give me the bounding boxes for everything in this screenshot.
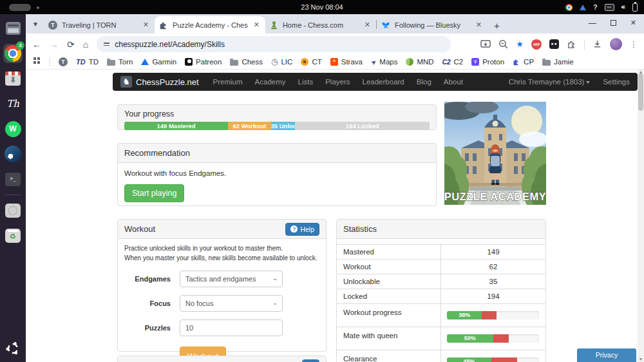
bookmark-mnd[interactable]: MND <box>406 58 433 66</box>
site-settings-icon[interactable] <box>104 43 109 46</box>
tab-bluesky[interactable]: Following — Bluesky ✕ <box>377 16 488 33</box>
help-button[interactable]: ? Help <box>285 223 319 236</box>
dock-item-th-app[interactable]: Th <box>3 94 23 113</box>
keyboard-layout-icon[interactable]: ▪▪ <box>605 4 614 11</box>
page-scrollbar[interactable]: ▲ ▼ <box>638 70 644 362</box>
minimize-icon[interactable]: — <box>589 21 596 26</box>
close-icon[interactable]: ✕ <box>630 19 636 27</box>
dock-item-files[interactable] <box>3 19 23 38</box>
site-brand[interactable]: ♞ ChessPuzzle.net <box>120 76 199 88</box>
user-menu[interactable]: Chris Tremayne (1803) <box>509 78 591 86</box>
battery-icon[interactable] <box>632 3 638 12</box>
nav-players[interactable]: Players <box>325 78 350 86</box>
partial-panel-header: ? <box>118 356 326 362</box>
url-text[interactable]: chesspuzzle.net/Academy/Skills <box>115 40 225 49</box>
tab-close-icon[interactable]: ✕ <box>142 21 150 29</box>
help-indicator-icon[interactable]: ? <box>593 3 598 11</box>
save-to-device-icon[interactable] <box>480 40 491 49</box>
tab-chess-com[interactable]: Home - Chess.com ✕ <box>265 16 376 33</box>
tab-traveling-torn[interactable]: T Traveling | TORN ✕ <box>44 16 155 33</box>
privacy-preferences-button[interactable]: Privacy Preferences <box>577 348 636 362</box>
dark-extension-icon[interactable]: ●● <box>549 39 559 49</box>
tab-puzzle-academy[interactable]: Puzzle Academy - ChessP ✕ <box>155 16 265 33</box>
back-icon[interactable]: ← <box>32 39 41 50</box>
bookmark-t[interactable]: T <box>59 57 68 66</box>
forward-icon[interactable]: → <box>50 39 59 50</box>
bookmark-proton[interactable]: ∨Proton <box>471 58 504 66</box>
bookmark-cp[interactable]: CP <box>513 58 534 66</box>
puzzles-input[interactable] <box>180 319 283 336</box>
scroll-down-icon[interactable]: ▼ <box>638 357 644 361</box>
stat-bar: 50% <box>447 334 539 343</box>
tab-search-chevron-icon[interactable]: ▼ <box>32 21 39 28</box>
system-clock[interactable]: 23 Nov 08:04 <box>301 3 343 11</box>
bookmark-ct[interactable]: CT <box>301 58 321 66</box>
torn-favicon: T <box>48 21 57 30</box>
address-bar[interactable]: chesspuzzle.net/Academy/Skills <box>97 36 451 52</box>
browser-toolbar: ← → ⟳ ⌂ chesspuzzle.net/Academy/Skills ★ <box>26 33 644 55</box>
nav-settings[interactable]: Settings <box>603 78 630 86</box>
nav-blog[interactable]: Blog <box>417 78 431 86</box>
bookmark-folder-torn[interactable]: Torn <box>107 58 133 66</box>
blue-arrow-tray-icon[interactable] <box>580 5 586 10</box>
start-playing-button[interactable]: Start playing <box>124 184 184 202</box>
dock-item-whatsapp[interactable]: W <box>3 119 23 138</box>
endgames-select[interactable]: Tactics and endgames ⌄ <box>180 271 283 287</box>
tab-close-icon[interactable]: ✕ <box>252 21 261 29</box>
progress-segment-workout: 62 Workout <box>228 122 270 130</box>
bookmark-maps[interactable]: ➤Maps <box>371 58 398 66</box>
bookmark-star-icon[interactable]: ★ <box>516 39 524 49</box>
reload-icon[interactable]: ⟳ <box>67 39 75 50</box>
workout-panel: Workout ? Help Practice unlocked skills … <box>117 219 327 352</box>
dock-item-disc-app[interactable] <box>3 201 23 220</box>
downloads-icon[interactable] <box>592 39 602 49</box>
bookmark-strava[interactable]: ^Strava <box>330 58 363 66</box>
volume-icon[interactable]: 🔊︎ <box>621 3 625 11</box>
progress-segment-mastered: 149 Mastered <box>124 122 228 130</box>
dock-item-terminal[interactable]: >_ <box>3 169 23 189</box>
dock-item-chrome[interactable]: 3 <box>3 44 23 63</box>
extensions-puzzle-icon[interactable] <box>567 39 576 49</box>
dock-item-installer[interactable]: ⬇︎ <box>3 69 23 88</box>
bookmark-garmin[interactable]: Garmin <box>141 58 176 66</box>
apps-grid-icon[interactable] <box>33 57 36 60</box>
dock-separator <box>5 195 21 195</box>
clock-icon: ◷ <box>271 57 278 66</box>
bookmark-lic[interactable]: ◷LIC <box>271 57 292 66</box>
nav-premium[interactable]: Premium <box>213 78 243 86</box>
puzzle-academy-image[interactable]: PUZZLE ACADEMY <box>444 102 546 205</box>
chrome-tray-icon[interactable] <box>565 4 573 11</box>
nav-about[interactable]: About <box>444 78 463 86</box>
bookmark-td[interactable]: TDTD <box>76 58 99 66</box>
adblock-extension-icon[interactable]: ABP <box>531 39 542 50</box>
site-nav-links: Premium Academy Lists Players Leaderboar… <box>213 78 463 86</box>
bookmark-c2[interactable]: C2C2 <box>442 58 464 66</box>
help-button[interactable]: ? <box>302 359 319 362</box>
zoom-icon[interactable] <box>498 39 508 49</box>
disc-app-icon <box>5 204 21 218</box>
bookmark-folder-jamie[interactable]: Jamie <box>542 58 574 66</box>
steam-icon <box>5 146 21 162</box>
focus-select[interactable]: No focus ⌄ <box>180 295 283 312</box>
tab-close-icon[interactable]: ✕ <box>475 21 483 29</box>
dock-item-trash[interactable]: ♻︎ <box>3 226 23 245</box>
new-tab-button[interactable]: + <box>494 20 500 31</box>
table-row-bar: Clearance 48% <box>337 350 545 362</box>
recommendation-text: Workout with focus Endgames. <box>124 169 430 177</box>
stat-bar: 48% <box>447 357 539 362</box>
profile-avatar[interactable] <box>610 38 622 50</box>
nav-academy[interactable]: Academy <box>255 78 286 86</box>
scrollbar-thumb[interactable] <box>638 73 643 111</box>
dock-item-steam[interactable] <box>3 144 23 164</box>
nav-leaderboard[interactable]: Leaderboard <box>363 78 404 86</box>
workspace-pill[interactable] <box>9 4 31 11</box>
nav-lists[interactable]: Lists <box>298 78 314 86</box>
dock-item-show-apps[interactable] <box>3 339 23 358</box>
folder-icon <box>107 60 115 66</box>
bookmark-folder-chess[interactable]: Chess <box>230 58 263 66</box>
tab-close-icon[interactable]: ✕ <box>363 21 372 29</box>
browser-menu-icon[interactable]: ⋮ <box>630 40 638 49</box>
home-icon[interactable]: ⌂ <box>83 39 88 50</box>
restore-icon[interactable] <box>611 20 616 26</box>
bookmark-patreon[interactable]: Patreon <box>185 58 222 66</box>
